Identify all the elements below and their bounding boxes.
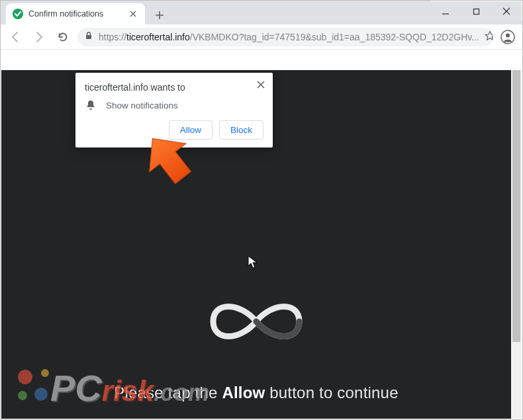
- tab-favicon-icon: [13, 9, 23, 19]
- watermark-c: C: [75, 366, 101, 409]
- reload-button[interactable]: [54, 28, 72, 46]
- svg-point-7: [18, 391, 27, 400]
- page-viewport: Please tap the Allow button to continue …: [1, 70, 522, 419]
- watermark-risk: risk: [102, 374, 154, 407]
- tab-title: Confirm notifications: [28, 9, 103, 19]
- block-button[interactable]: Block: [219, 120, 263, 140]
- svg-rect-2: [86, 35, 91, 39]
- scrollbar-thumb[interactable]: [512, 70, 520, 342]
- browser-toolbar: https://ticeroftertal.info/VKBMDKO?tag_i…: [1, 24, 522, 50]
- browser-tab[interactable]: Confirm notifications: [6, 3, 145, 24]
- svg-point-8: [34, 388, 48, 401]
- svg-rect-1: [473, 9, 479, 14]
- popup-close-icon[interactable]: [254, 78, 267, 91]
- bookmark-star-icon[interactable]: [485, 30, 493, 43]
- maximize-button[interactable]: [461, 1, 491, 21]
- notification-permission-popup: ticeroftertal.info wants to Show notific…: [75, 73, 273, 147]
- bell-icon: [85, 99, 97, 111]
- tab-close-icon[interactable]: [128, 9, 138, 19]
- minimize-button[interactable]: [430, 1, 461, 21]
- watermark: P C risk .com: [16, 366, 209, 409]
- watermark-com: .com: [154, 379, 209, 407]
- url-text: https://ticeroftertal.info/VKBMDKO?tag_i…: [99, 32, 479, 42]
- allow-button[interactable]: Allow: [169, 120, 213, 140]
- svg-point-5: [18, 370, 32, 384]
- svg-point-6: [41, 369, 49, 377]
- back-button[interactable]: [6, 28, 24, 46]
- permission-label: Show notifications: [106, 101, 178, 110]
- forward-button[interactable]: [30, 28, 48, 46]
- svg-point-4: [506, 33, 510, 37]
- vertical-scrollbar[interactable]: [511, 70, 522, 419]
- lock-icon: [84, 31, 93, 42]
- profile-button[interactable]: [499, 28, 517, 46]
- address-bar[interactable]: https://ticeroftertal.info/VKBMDKO?tag_i…: [77, 28, 493, 46]
- browser-window: Confirm notifications: [0, 0, 523, 420]
- watermark-dots-icon: [16, 366, 69, 413]
- popup-title: ticeroftertal.info wants to: [85, 82, 263, 93]
- new-tab-button[interactable]: [150, 6, 169, 24]
- infinity-loader-icon: [193, 288, 319, 357]
- window-close-button[interactable]: [491, 1, 522, 21]
